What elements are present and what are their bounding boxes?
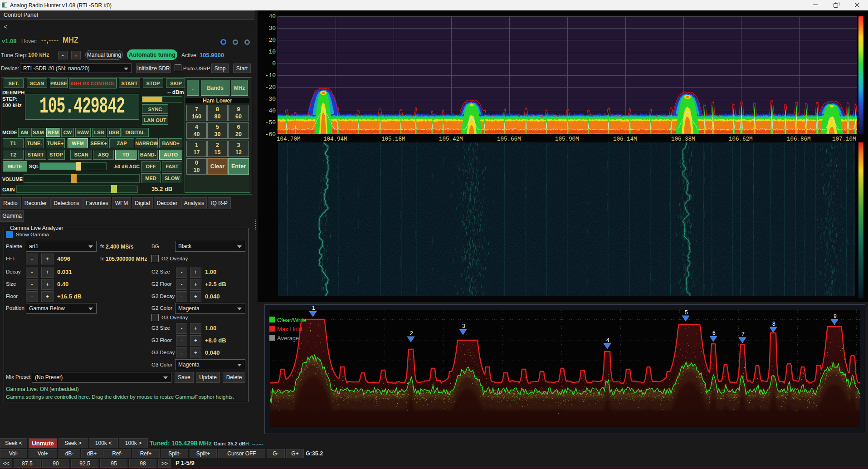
svg-text:1: 1 xyxy=(312,305,315,311)
svg-text:3: 3 xyxy=(462,323,465,329)
svg-text:2: 2 xyxy=(410,330,413,337)
svg-text:8: 8 xyxy=(772,321,775,327)
svg-text:7: 7 xyxy=(741,331,745,337)
svg-text:6: 6 xyxy=(712,330,716,336)
svg-text:4: 4 xyxy=(606,337,610,343)
svg-text:5: 5 xyxy=(685,309,688,316)
svg-text:9: 9 xyxy=(834,313,837,319)
